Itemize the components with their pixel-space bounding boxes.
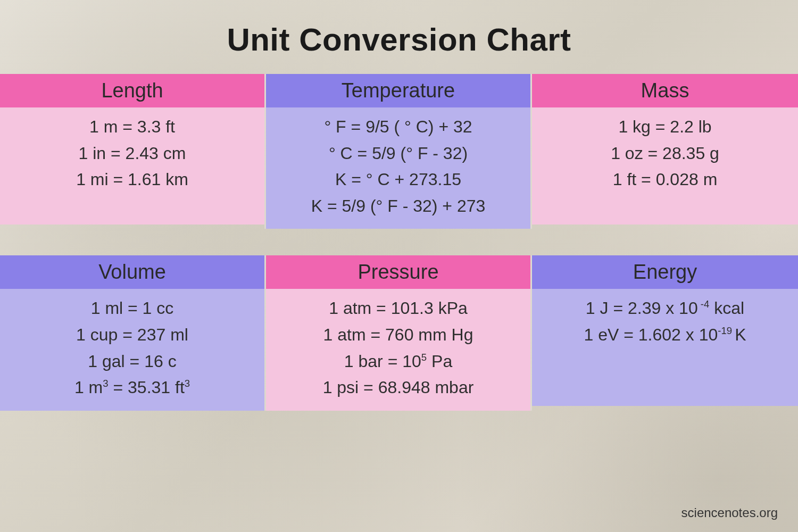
card-body-temperature: ° F = 9/5 ( ° C) + 32 ° C = 5/9 (° F - 3… [266,107,530,229]
card-body-pressure: 1 atm = 101.3 kPa 1 atm = 760 mm Hg 1 ba… [266,289,530,410]
card-header-mass: Mass [532,74,798,107]
conv-line: 1 atm = 760 mm Hg [271,322,525,348]
conv-line: 1 mi = 1.61 km [5,167,259,193]
conv-line: 1 bar = 105 Pa [271,348,525,375]
card-volume: Volume 1 ml = 1 cc 1 cup = 237 ml 1 gal … [0,255,266,410]
conv-line: K = ° C + 273.15 [271,167,525,193]
card-pressure: Pressure 1 atm = 101.3 kPa 1 atm = 760 m… [266,255,532,410]
card-length: Length 1 m = 3.3 ft 1 in = 2.43 cm 1 mi … [0,74,266,229]
conv-line: 1 gal = 16 c [5,348,259,375]
card-body-length: 1 m = 3.3 ft 1 in = 2.43 cm 1 mi = 1.61 … [0,107,264,225]
conv-line: K = 5/9 (° F - 32) + 273 [271,193,525,220]
conv-line: 1 oz = 28.35 g [537,140,793,167]
attribution: sciencenotes.org [681,505,778,520]
card-body-mass: 1 kg = 2.2 lb 1 oz = 28.35 g 1 ft = 0.02… [532,107,798,225]
conv-line: ° F = 9/5 ( ° C) + 32 [271,114,525,140]
conv-line: 1 m = 3.3 ft [5,114,259,140]
conv-line: 1 ml = 1 cc [5,295,259,322]
conv-line: 1 in = 2.43 cm [5,140,259,167]
conv-line: 1 cup = 237 ml [5,322,259,348]
page-title: Unit Conversion Chart [0,0,798,74]
card-body-volume: 1 ml = 1 cc 1 cup = 237 ml 1 gal = 16 c … [0,289,264,410]
card-header-volume: Volume [0,255,264,289]
conv-line: 1 J = 2.39 x 10 -4 kcal [537,295,793,322]
conv-line: ° C = 5/9 (° F - 32) [271,140,525,167]
conversion-grid-2: Volume 1 ml = 1 cc 1 cup = 237 ml 1 gal … [0,255,798,410]
card-header-temperature: Temperature [266,74,530,107]
card-temperature: Temperature ° F = 9/5 ( ° C) + 32 ° C = … [266,74,532,229]
conv-line: 1 kg = 2.2 lb [537,114,793,140]
conv-line: 1 m3 = 35.31 ft3 [5,375,259,401]
card-header-length: Length [0,74,264,107]
card-header-pressure: Pressure [266,255,530,289]
conv-line: 1 psi = 68.948 mbar [271,375,525,401]
conv-line: 1 atm = 101.3 kPa [271,295,525,322]
card-header-energy: Energy [532,255,798,289]
conv-line: 1 eV = 1.602 x 10-19 K [537,322,793,348]
conversion-grid: Length 1 m = 3.3 ft 1 in = 2.43 cm 1 mi … [0,74,798,229]
card-mass: Mass 1 kg = 2.2 lb 1 oz = 28.35 g 1 ft =… [532,74,798,229]
card-energy: Energy 1 J = 2.39 x 10 -4 kcal 1 eV = 1.… [532,255,798,410]
conv-line: 1 ft = 0.028 m [537,167,793,193]
card-body-energy: 1 J = 2.39 x 10 -4 kcal 1 eV = 1.602 x 1… [532,289,798,406]
